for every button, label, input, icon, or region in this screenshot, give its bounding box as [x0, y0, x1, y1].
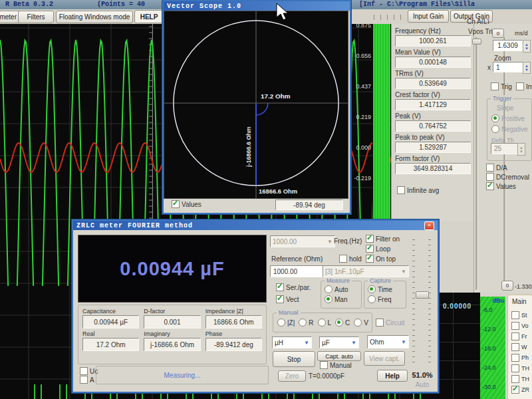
- zrlc-titlebar[interactable]: ZRLC meter FOURIER method ✕: [73, 221, 438, 230]
- slope-positive-radio[interactable]: Positive: [491, 114, 531, 122]
- inductance-unit-combo[interactable]: µH▼: [272, 336, 312, 348]
- zero-button[interactable]: Zero: [278, 370, 306, 382]
- zrlc-client: 0.00944 µF Capacitance 0.00944 µF D-fact…: [73, 230, 438, 382]
- chevron-down-icon: ▼: [401, 269, 406, 275]
- da-checkbox[interactable]: D/A: [486, 164, 507, 172]
- circuit-checkbox[interactable]: Circuit: [376, 319, 404, 327]
- values-checkbox[interactable]: Values: [486, 182, 516, 190]
- infinite-avg-checkbox[interactable]: Infinite avg: [397, 186, 474, 194]
- status-text: Measuring...: [164, 372, 200, 379]
- zrlc-table-label: Real: [82, 331, 139, 337]
- reference-input[interactable]: 1000.00: [270, 265, 323, 277]
- floating-windows-mode-button[interactable]: Floating Windows mode: [56, 11, 133, 23]
- inv-checkbox[interactable]: Inv: [516, 82, 532, 90]
- vector-scope-plot: 17.2 Ohm j-16866.6 Ohm 16866.6 Ohm: [164, 11, 348, 199]
- filter-on-checkbox[interactable]: Filter on: [366, 235, 400, 243]
- manual-quantity-radio[interactable]: C: [335, 319, 350, 327]
- range-combo[interactable]: [3] 1nF..10µF▼: [323, 265, 409, 277]
- main-panel-item[interactable]: St: [511, 311, 532, 319]
- zrlc-table-value: 16866.6 Ohm: [205, 315, 262, 329]
- zrlc-close-button[interactable]: ✕: [424, 221, 434, 230]
- stop-button[interactable]: Stop: [273, 351, 315, 367]
- capacitance-unit-combo[interactable]: µF▼: [319, 336, 359, 348]
- measure-group: Measure Auto Man: [321, 281, 362, 309]
- measurement-label: Mean Value (V): [395, 49, 471, 56]
- level-meter-db: dBu -6.0-12.0-18.0-24.0-30.0: [480, 297, 505, 399]
- time-zero-button[interactable]: 0: [492, 29, 504, 38]
- measurement-value: 0.000148: [395, 57, 471, 68]
- ms-per-div-label: ms/d: [515, 30, 528, 37]
- volts-per-div-field[interactable]: 1.6309: [493, 40, 523, 51]
- trig-checkbox[interactable]: Trig: [491, 82, 512, 90]
- main-panel-item[interactable]: W: [511, 343, 532, 351]
- zrlc-table-label: D-factor: [144, 308, 200, 315]
- delta-th-field[interactable]: 25: [491, 143, 520, 154]
- zoom-label: Zoom: [494, 55, 511, 62]
- main-panel-item[interactable]: TH: [511, 364, 532, 372]
- zrlc-table-label: Impedance |Z|: [205, 308, 262, 315]
- help-button[interactable]: Help: [377, 370, 408, 382]
- imaginary-value-label: j-16866.6 Ohm: [245, 126, 252, 168]
- dcremoval-checkbox[interactable]: DCremoval: [486, 173, 529, 181]
- input-gain-button[interactable]: Input Gain: [408, 10, 449, 23]
- hold-checkbox[interactable]: hold: [339, 255, 362, 263]
- capture-freq-radio[interactable]: Freq: [368, 295, 406, 303]
- manual-quantity-radio[interactable]: |Z|: [277, 319, 295, 327]
- measure-man-radio[interactable]: Man: [325, 295, 361, 303]
- on-top-checkbox[interactable]: On top: [366, 255, 396, 263]
- main-panel-item[interactable]: Ph: [511, 354, 532, 362]
- gain-slider-ticks[interactable]: [374, 15, 406, 20]
- app-title-path: [Inf - C:\Program Files\Silla: [359, 1, 475, 8]
- zrlc-main-display: 0.00944 µF: [78, 235, 267, 303]
- zrlc-table-value: 0.001: [144, 315, 200, 329]
- values-display-checkbox[interactable]: Values: [172, 200, 201, 208]
- zrlc-table-value: -89.9412 deg: [205, 338, 262, 351]
- tare-readout: T=0.0000pF: [309, 372, 344, 380]
- resistance-unit-combo[interactable]: Ohm▼: [367, 335, 409, 348]
- manual-capture-checkbox[interactable]: Manual: [320, 361, 352, 369]
- vector-scope-titlebar[interactable]: Vector Scope 1.0: [164, 1, 350, 11]
- ser-par-checkbox[interactable]: Ser./par.: [276, 283, 311, 291]
- measurement-label: Form factor (V): [395, 155, 471, 162]
- scale-tick-label: 0.000: [356, 144, 371, 151]
- db-tick-label: -30.0: [482, 384, 496, 390]
- status-box: Measuring...: [96, 366, 269, 384]
- main-panel-item[interactable]: TH: [511, 375, 532, 383]
- manual-quantity-radio[interactable]: L: [318, 319, 332, 327]
- delta-th-spinner[interactable]: ▲▼: [517, 143, 525, 156]
- scale-tick-label: 0.219: [356, 114, 371, 120]
- loop-checkbox[interactable]: Loop: [366, 245, 390, 253]
- zoom-spinner[interactable]: ▲▼: [523, 62, 531, 74]
- db-unit-label: dBu: [493, 297, 505, 304]
- vect-checkbox[interactable]: Vect: [276, 295, 299, 303]
- measure-auto-radio[interactable]: Auto: [325, 285, 361, 293]
- vpos-slider-handle[interactable]: [472, 39, 481, 45]
- help-toolbar-button[interactable]: HELP: [134, 10, 164, 23]
- manual-quantity-radio[interactable]: V: [354, 319, 368, 327]
- manual-quantity-radio[interactable]: R: [299, 319, 313, 327]
- slope-negative-radio[interactable]: Negative: [491, 125, 531, 133]
- measurement-label: Crest factor (V): [395, 91, 471, 98]
- main-panel-title: Main: [512, 298, 532, 305]
- freq-combo[interactable]: 1000.00▼: [270, 235, 335, 247]
- volts-per-div-spinner[interactable]: ▲▼: [523, 40, 531, 53]
- spectrum-display: 0.00000: [439, 293, 480, 399]
- zrlc-gain-slider-handle[interactable]: [416, 291, 429, 299]
- main-panel-item[interactable]: Fr: [511, 332, 532, 340]
- capture-time-radio[interactable]: Time: [368, 285, 406, 293]
- chevron-down-icon: ▼: [351, 340, 356, 346]
- zrlc-gain-ticks-right: [428, 239, 431, 367]
- main-panel-item[interactable]: Vo: [511, 322, 532, 330]
- scale-tick-label: 0.437: [356, 83, 371, 90]
- zoom-value-field[interactable]: 1: [493, 62, 525, 72]
- vpos-slider-track[interactable]: [475, 37, 478, 291]
- capt-auto-button[interactable]: Capt. auto: [317, 351, 361, 361]
- measurement-label: Peak (V): [395, 112, 471, 120]
- vector-scope-statusbar: Values -89.94 deg: [164, 199, 350, 210]
- zrlc-results-table: Capacitance 0.00944 µF D-factor 0.001 Im…: [78, 305, 267, 364]
- main-panel-item[interactable]: ZR: [511, 386, 532, 394]
- a-checkbox[interactable]: A: [80, 376, 94, 384]
- view-capt-button[interactable]: View capt.: [364, 351, 405, 366]
- filters-button[interactable]: Filters: [18, 11, 54, 23]
- offset-zero-button[interactable]: 0: [501, 281, 513, 291]
